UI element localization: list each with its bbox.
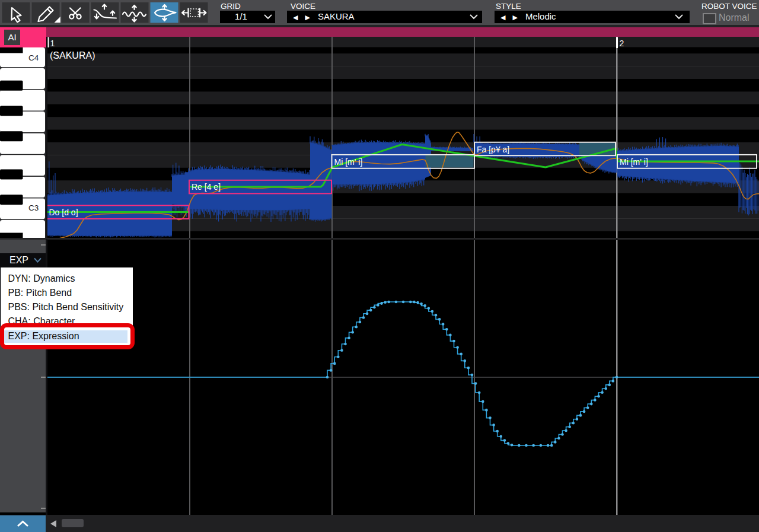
svg-text:C3: C3 [28, 203, 39, 212]
svg-text:Do [d o]: Do [d o] [49, 208, 78, 217]
svg-text:Mi [m' i]: Mi [m' i] [620, 157, 648, 167]
svg-text:(SAKURA): (SAKURA) [50, 50, 95, 60]
svg-text:Re [4 e]: Re [4 e] [192, 182, 221, 192]
svg-text:Fa [p¥ a]: Fa [p¥ a] [477, 145, 509, 154]
svg-text:C4: C4 [28, 53, 39, 62]
svg-text:2: 2 [620, 39, 624, 48]
svg-text:1: 1 [50, 39, 55, 48]
svg-text:Mi [m' i]: Mi [m' i] [334, 157, 363, 167]
